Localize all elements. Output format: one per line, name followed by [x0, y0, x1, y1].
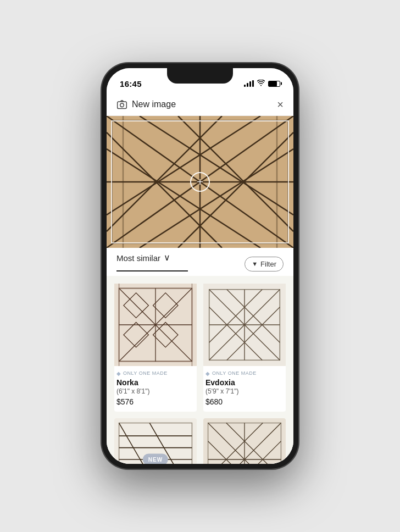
product-size-2: (5'9" x 7'1")	[205, 387, 284, 395]
signal-icon	[244, 80, 254, 87]
filter-icon: ▼	[252, 261, 258, 267]
product-image-1	[114, 284, 197, 366]
product-price-1: $576	[116, 397, 195, 406]
rug-image	[107, 116, 293, 248]
product-name-1: Norka	[116, 378, 195, 387]
product-card-3[interactable]: NEW	[114, 418, 197, 464]
sort-selector[interactable]: Most similar ∨	[116, 253, 188, 267]
status-icons	[244, 80, 280, 88]
image-area[interactable]: +	[107, 116, 293, 248]
product-image-2	[203, 284, 286, 366]
header-left: New image	[116, 99, 176, 110]
phone-screen: 16:45	[107, 68, 293, 464]
diamond-icon-2: ◆	[205, 370, 210, 376]
product-price-2: $680	[205, 397, 284, 406]
product-info-2: ◆ ONLY ONE MADE Evdoxia (5'9" x 7'1") $6…	[203, 366, 286, 412]
sort-label: Most similar	[116, 253, 160, 263]
diamond-icon-1: ◆	[116, 370, 121, 376]
product-image-4	[203, 418, 286, 464]
camera-icon	[116, 99, 127, 110]
phone-frame: 16:45	[101, 63, 299, 469]
product-image-3: NEW	[114, 418, 197, 464]
battery-icon	[268, 81, 280, 87]
close-button[interactable]: ×	[277, 99, 284, 110]
only-one-badge-2: ◆ ONLY ONE MADE	[205, 370, 284, 376]
app-header: New image ×	[107, 92, 293, 116]
product-card-1[interactable]: ◆ ONLY ONE MADE Norka (6'1" x 8'1") $576	[114, 284, 197, 412]
product-name-2: Evdoxia	[205, 378, 284, 387]
filter-button[interactable]: ▼ Filter	[245, 257, 284, 271]
sort-chevron-icon: ∨	[164, 252, 170, 263]
svg-point-1	[120, 103, 124, 107]
notch	[167, 68, 233, 84]
only-one-text-2: ONLY ONE MADE	[212, 370, 257, 376]
wifi-icon	[257, 80, 265, 88]
products-grid: ◆ ONLY ONE MADE Norka (6'1" x 8'1") $576	[107, 276, 293, 464]
status-time: 16:45	[120, 79, 142, 88]
only-one-text-1: ONLY ONE MADE	[123, 370, 168, 376]
status-bar: 16:45	[107, 68, 293, 92]
new-badge: NEW	[143, 453, 168, 464]
sort-group: Most similar ∨	[116, 253, 188, 271]
product-info-1: ◆ ONLY ONE MADE Norka (6'1" x 8'1") $576	[114, 366, 197, 412]
product-card-2[interactable]: ◆ ONLY ONE MADE Evdoxia (5'9" x 7'1") $6…	[203, 284, 286, 412]
only-one-badge-1: ◆ ONLY ONE MADE	[116, 370, 195, 376]
app-content: New image ×	[107, 92, 293, 464]
product-card-4[interactable]	[203, 418, 286, 464]
product-size-1: (6'1" x 8'1")	[116, 387, 195, 395]
filter-label: Filter	[260, 260, 276, 268]
header-title: New image	[132, 99, 176, 109]
svg-rect-0	[118, 102, 127, 109]
controls-bar: Most similar ∨ ▼ Filter	[107, 248, 293, 276]
sort-underline	[116, 270, 188, 271]
